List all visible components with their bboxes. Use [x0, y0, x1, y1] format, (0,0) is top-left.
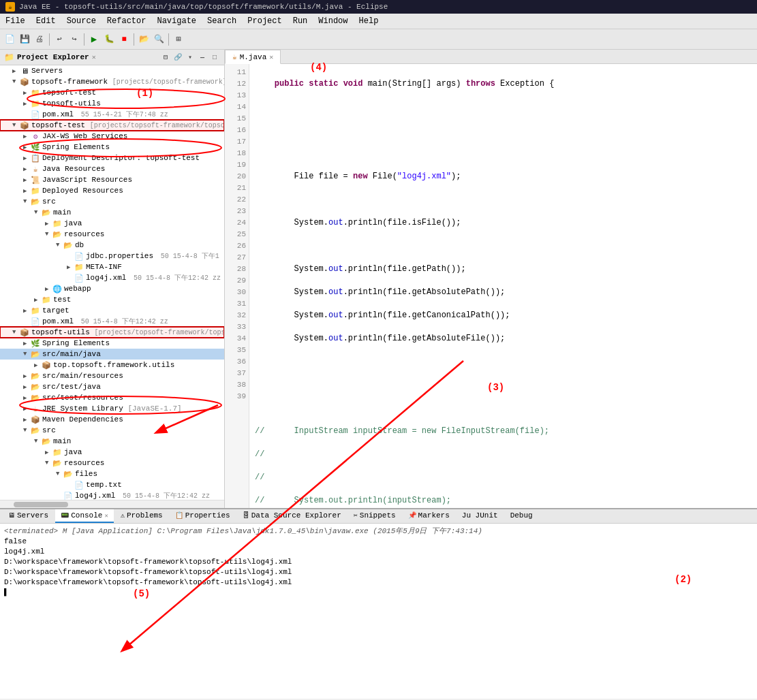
expand-arrow[interactable]: ▶	[23, 405, 30, 413]
console-close-icon[interactable]: ✕	[104, 512, 108, 520]
tree-item-deploy-desc[interactable]: ▶ 📋 Deployment Descriptor: topsoft-test	[0, 153, 224, 163]
save-btn[interactable]: 💾	[18, 33, 31, 46]
tab-properties[interactable]: 📋 Properties	[170, 509, 236, 523]
expand-arrow[interactable]: ▼	[56, 471, 63, 477]
tree-item-pom-test[interactable]: 📄 pom.xml 50 15-4-8 下午12:42 zz	[0, 316, 224, 327]
tree-item-jax-ws[interactable]: ▶ ⚙ JAX-WS Web Services	[0, 131, 224, 142]
expand-arrow[interactable]: ▼	[34, 209, 41, 216]
expand-arrow[interactable]: ▼	[12, 122, 19, 129]
tree-item-meta-inf[interactable]: ▶ 📁 META-INF	[0, 261, 224, 272]
tree-item-servers[interactable]: ▶ 🖥 Servers	[0, 65, 224, 76]
expand-arrow[interactable]: ▼	[23, 351, 30, 357]
expand-arrow[interactable]: ▼	[56, 242, 63, 249]
tree-item-jdbc[interactable]: 📄 jdbc.properties 50 15-4-8 下午1	[0, 251, 224, 261]
tree-item-src-main-java[interactable]: ▼ 📂 src/main/java	[0, 349, 224, 360]
tree-item-test-folder[interactable]: ▶ 📁 test	[0, 294, 224, 305]
menu-search[interactable]: Search	[202, 15, 242, 27]
tab-junit[interactable]: Ju JUnit	[457, 509, 504, 523]
scrollbar-thumb[interactable]	[14, 502, 68, 507]
search-btn[interactable]: 🔍	[152, 33, 166, 46]
tree-item-main[interactable]: ▼ 📂 main	[0, 207, 224, 218]
expand-arrow[interactable]: ▶	[23, 165, 30, 173]
print-btn[interactable]: 🖨	[33, 33, 46, 46]
tab-servers[interactable]: 🖥 Servers	[3, 509, 54, 523]
tab-close-icon[interactable]: ✕	[269, 53, 273, 61]
tab-problems[interactable]: ⚠ Problems	[115, 509, 168, 523]
tree-item-main-utils[interactable]: ▼ 📂 main	[0, 436, 224, 447]
tree-item-src-main-res[interactable]: ▶ 📂 src/main/resources	[0, 370, 224, 381]
expand-arrow[interactable]: ▶	[23, 155, 30, 162]
tree-item-topsoft-test[interactable]: ▼ 📦 topsoft-test [projects/topsoft-frame…	[0, 120, 224, 131]
expand-arrow[interactable]: ▶	[23, 187, 30, 195]
expand-arrow[interactable]: ▶	[23, 416, 30, 424]
expand-arrow[interactable]: ▼	[12, 329, 19, 336]
tree-item-jre[interactable]: ▶ ☕ JRE System Library [JavaSE-1.7]	[0, 403, 224, 414]
tree-item-maven[interactable]: ▶ 📦 Maven Dependencies	[0, 414, 224, 425]
tree-item-topsoft-framework[interactable]: ▼ 📦 topsoft-framework [projects/topsoft-…	[0, 76, 224, 87]
tree-item-resources[interactable]: ▼ 📂 resources	[0, 229, 224, 240]
horizontal-scrollbar[interactable]	[0, 500, 224, 508]
tree-item-db[interactable]: ▼ 📂 db	[0, 240, 224, 251]
tree-item-topsoft-utils[interactable]: ▼ 📦 topsoft-utils [projects/topsoft-fram…	[0, 327, 224, 338]
open-type-btn[interactable]: 📂	[137, 33, 151, 46]
tree-item-log4j-utils[interactable]: 📄 log4j.xml 50 15-4-8 下午12:42 zz	[0, 490, 224, 500]
expand-arrow[interactable]: ▶	[45, 220, 52, 227]
expand-arrow[interactable]: ▶	[23, 100, 30, 108]
expand-arrow[interactable]: ▶	[34, 296, 41, 304]
menu-help[interactable]: Help	[354, 15, 384, 27]
expand-arrow[interactable]: ▼	[23, 427, 30, 434]
tree-item-files[interactable]: ▼ 📂 files	[0, 468, 224, 479]
expand-arrow[interactable]: ▶	[23, 383, 30, 391]
expand-arrow[interactable]: ▼	[34, 438, 41, 445]
expand-arrow[interactable]: ▶	[34, 362, 41, 369]
tree-item-java[interactable]: ▶ 📁 java	[0, 218, 224, 229]
tree-item-js-res[interactable]: ▶ 📜 JavaScript Resources	[0, 174, 224, 185]
expand-arrow[interactable]: ▼	[23, 198, 30, 205]
tree-item-deployed-res[interactable]: ▶ 📁 Deployed Resources	[0, 185, 224, 196]
stop-btn[interactable]: ■	[117, 33, 131, 46]
tree-item-spring[interactable]: ▶ 🌿 Spring Elements	[0, 142, 224, 153]
menu-source[interactable]: Source	[61, 15, 102, 27]
menu-project[interactable]: Project	[242, 15, 287, 27]
tab-snippets[interactable]: ✂ Snippets	[348, 509, 401, 523]
expand-arrow[interactable]: ▶	[67, 264, 74, 271]
code-editor[interactable]: 11 12 13 14 15 16 17 18 19 20 21 22 23 2…	[225, 64, 757, 508]
expand-arrow[interactable]: ▶	[12, 67, 19, 75]
tree-item-webapp[interactable]: ▶ 🌐 webapp	[0, 283, 224, 294]
expand-arrow[interactable]: ▼	[45, 460, 52, 466]
tree-item-java-utils[interactable]: ▶ 📁 java	[0, 447, 224, 458]
menu-file[interactable]: File	[0, 15, 31, 27]
tree-item-topsoft-test-sub[interactable]: ▶ 📁 topsoft-test	[0, 87, 224, 98]
tab-debug[interactable]: Debug	[505, 509, 538, 523]
tree-item-spring-utils[interactable]: ▶ 🌿 Spring Elements	[0, 338, 224, 349]
tab-markers[interactable]: 📌 Markers	[403, 509, 455, 523]
tree-item-log4j-test[interactable]: 📄 log4j.xml 50 15-4-8 下午12:42 zz	[0, 272, 224, 283]
tree-item-package[interactable]: ▶ 📦 top.topsoft.framework.utils	[0, 360, 224, 370]
debug-btn[interactable]: 🐛	[102, 33, 116, 46]
menu-refactor[interactable]: Refactor	[102, 15, 152, 27]
minimize-btn[interactable]: —	[197, 52, 208, 63]
editor-tab-mjava[interactable]: ☕ M.java ✕	[225, 50, 281, 64]
tree-item-resources-utils[interactable]: ▼ 📂 resources	[0, 458, 224, 468]
tree-item-pomxml-framework[interactable]: 📄 pom.xml 55 15-4-21 下午7:48 zz	[0, 109, 224, 120]
run-btn[interactable]: ▶	[87, 33, 101, 46]
tree-item-src-main[interactable]: ▼ 📂 src	[0, 196, 224, 207]
tree-item-src-test-res[interactable]: ▶ 📂 src/test/resources	[0, 392, 224, 403]
expand-arrow[interactable]: ▶	[23, 144, 30, 151]
tree-container[interactable]: ▶ 🖥 Servers ▼ 📦 topsoft-framework [proje…	[0, 65, 224, 500]
menu-edit[interactable]: Edit	[31, 15, 61, 27]
tab-console[interactable]: 📟 Console ✕	[55, 509, 114, 523]
new-btn[interactable]: 📄	[3, 33, 16, 46]
tree-item-topsoft-utils-sub[interactable]: ▶ 📁 topsoft-utils	[0, 98, 224, 109]
menu-navigate[interactable]: Navigate	[151, 15, 202, 27]
collapse-all-btn[interactable]: ⊟	[160, 52, 171, 63]
menu-run[interactable]: Run	[288, 15, 313, 27]
redo-btn[interactable]: ↪	[67, 33, 81, 46]
code-content[interactable]: public static void main(String[] args) t…	[249, 64, 757, 508]
maximize-btn[interactable]: □	[209, 52, 220, 63]
expand-arrow[interactable]: ▶	[45, 449, 52, 456]
perspective-btn[interactable]: ⊞	[172, 33, 185, 46]
expand-arrow[interactable]: ▶	[23, 307, 30, 315]
expand-arrow[interactable]: ▶	[23, 340, 30, 347]
expand-arrow[interactable]: ▼	[12, 78, 19, 85]
